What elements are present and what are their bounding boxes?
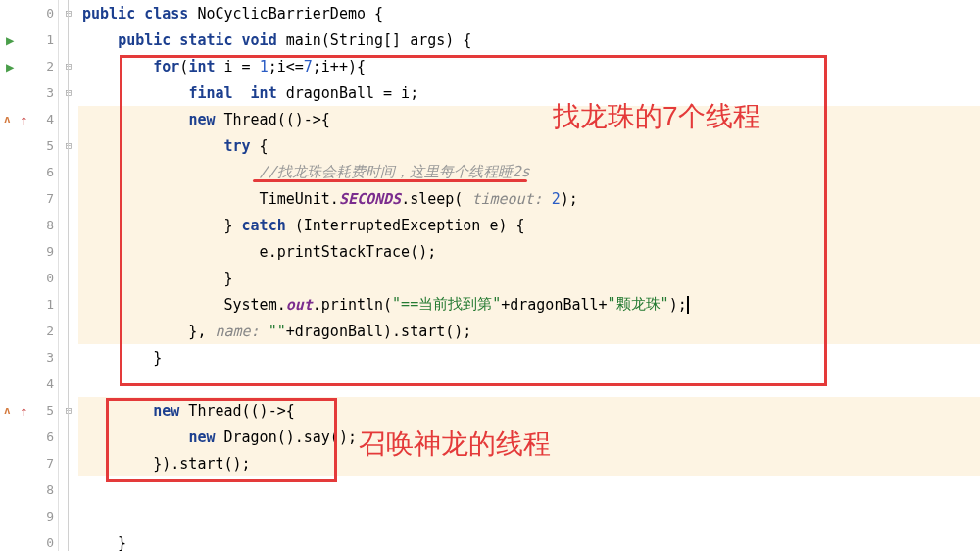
code-line[interactable]: for(int i = 1;i<=7;i++){	[78, 53, 980, 79]
code-line[interactable]: e.printStackTrace();	[78, 238, 980, 265]
code-line[interactable]	[78, 371, 980, 397]
fold-toggle[interactable]: ⊟	[59, 397, 78, 424]
code-line[interactable]: }	[78, 529, 980, 551]
line-gutter: 0 ▶1 ▶2 3 ʌ↑4 5 6 7 8 9 0 1 2 3 4 ʌ↑5 6 …	[0, 0, 59, 551]
gutter-row: 4	[0, 371, 58, 397]
gutter-row: 3	[0, 79, 58, 106]
gutter-row: 0	[0, 529, 58, 551]
gutter-row: 8	[0, 212, 58, 238]
fold-toggle[interactable]: ⊟	[59, 132, 78, 159]
fold-toggle[interactable]: ⊟	[59, 0, 78, 26]
run-icon[interactable]: ▶	[6, 32, 14, 48]
gutter-row: 1	[0, 291, 58, 318]
fold-toggle[interactable]: ⊟	[59, 53, 78, 79]
gutter-row: 3	[0, 344, 58, 371]
gutter-row: ▶2	[0, 53, 58, 79]
fold-toggle[interactable]: ⊟	[59, 79, 78, 106]
gutter-row: 7	[0, 450, 58, 476]
gutter-row: 6	[0, 159, 58, 185]
code-line[interactable]: }	[78, 265, 980, 291]
code-line[interactable]: public class NoCyclicBarrierDemo {	[78, 0, 980, 26]
arrow-up-icon: ↑	[20, 112, 27, 127]
gutter-row: 8	[0, 476, 58, 503]
arrow-up-icon: ↑	[20, 403, 27, 419]
gutter-row: ▶1	[0, 26, 58, 53]
code-line[interactable]: System.out.println("==当前找到第"+dragonBall+…	[78, 291, 980, 318]
code-line[interactable]: public static void main(String[] args) {	[78, 26, 980, 53]
code-line[interactable]: try {	[78, 132, 980, 159]
gutter-row: ʌ↑5	[0, 397, 58, 424]
annotation-label-1: 找龙珠的7个线程	[553, 98, 760, 135]
code-line[interactable]: new Thread(()->{	[78, 106, 980, 132]
fold-column: ⊟ ⊟ ⊟ ⊟ ⊟	[59, 0, 78, 551]
text-cursor	[687, 296, 689, 314]
code-line[interactable]: final int dragonBall = i;	[78, 79, 980, 106]
gutter-row: 5	[0, 132, 58, 159]
gutter-row: 6	[0, 424, 58, 450]
code-line[interactable]: //找龙珠会耗费时间，这里每个线程睡2s	[78, 159, 980, 185]
annotation-label-2: 召唤神龙的线程	[359, 426, 551, 463]
code-line[interactable]: new Thread(()->{	[78, 397, 980, 424]
gutter-row: 2	[0, 318, 58, 344]
code-editor: 0 ▶1 ▶2 3 ʌ↑4 5 6 7 8 9 0 1 2 3 4 ʌ↑5 6 …	[0, 0, 980, 551]
gutter-row: 7	[0, 185, 58, 212]
code-line[interactable]	[78, 476, 980, 503]
code-line[interactable]: } catch (InterruptedException e) {	[78, 212, 980, 238]
gutter-row: 9	[0, 503, 58, 529]
code-line[interactable]: }, name: ""+dragonBall).start();	[78, 318, 980, 344]
annotation-underline	[253, 179, 527, 182]
code-line[interactable]: TimeUnit.SECONDS.sleep( timeout: 2);	[78, 185, 980, 212]
code-line[interactable]: }	[78, 344, 980, 371]
code-content[interactable]: public class NoCyclicBarrierDemo { publi…	[78, 0, 980, 551]
code-line[interactable]	[78, 503, 980, 529]
gutter-row: ʌ↑4	[0, 106, 58, 132]
gutter-row: 0	[0, 0, 58, 26]
gutter-row: 9	[0, 238, 58, 265]
gutter-row: 0	[0, 265, 58, 291]
warning-icon[interactable]: ʌ	[4, 113, 11, 125]
warning-icon[interactable]: ʌ	[4, 404, 11, 417]
run-icon[interactable]: ▶	[6, 59, 14, 75]
